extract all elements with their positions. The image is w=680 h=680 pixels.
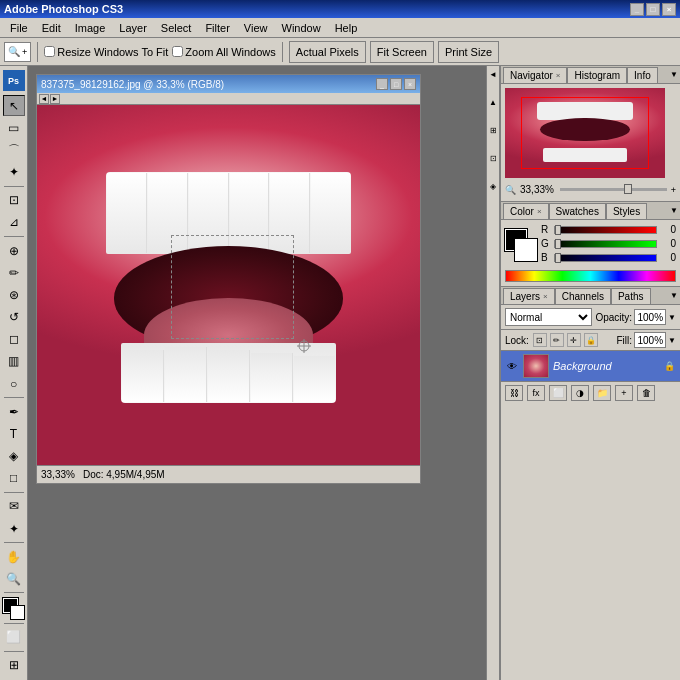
strip-icon-5[interactable]: ◈ bbox=[487, 180, 499, 192]
tab-histogram[interactable]: Histogram bbox=[567, 67, 627, 83]
zoom-slider-thumb[interactable] bbox=[624, 184, 632, 194]
resize-windows-label[interactable]: Resize Windows To Fit bbox=[44, 46, 168, 58]
navigator-close[interactable]: × bbox=[556, 71, 561, 80]
resize-windows-checkbox[interactable] bbox=[44, 46, 55, 57]
shape-tool[interactable]: □ bbox=[3, 468, 25, 489]
clone-tool[interactable]: ⊛ bbox=[3, 284, 25, 305]
close-button[interactable]: × bbox=[662, 3, 676, 16]
tab-navigator[interactable]: Navigator× bbox=[503, 67, 567, 83]
fit-screen-button[interactable]: Fit Screen bbox=[370, 41, 434, 63]
doc-close-button[interactable]: × bbox=[404, 78, 416, 90]
tab-channels[interactable]: Channels bbox=[555, 288, 611, 304]
brush-tool[interactable]: ✏ bbox=[3, 262, 25, 283]
quick-mask-tool[interactable]: ⬜ bbox=[3, 626, 25, 647]
layer-fx-button[interactable]: fx bbox=[527, 385, 545, 401]
dodge-tool[interactable]: ○ bbox=[3, 373, 25, 394]
menu-image[interactable]: Image bbox=[69, 20, 112, 36]
menu-edit[interactable]: Edit bbox=[36, 20, 67, 36]
opacity-arrow[interactable]: ▼ bbox=[668, 313, 676, 322]
eraser-tool[interactable]: ◻ bbox=[3, 329, 25, 350]
actual-pixels-button[interactable]: Actual Pixels bbox=[289, 41, 366, 63]
green-slider-thumb[interactable] bbox=[555, 239, 561, 249]
lasso-tool[interactable]: ⌒ bbox=[3, 139, 25, 160]
menu-filter[interactable]: Filter bbox=[199, 20, 235, 36]
zoom-all-label[interactable]: Zoom All Windows bbox=[172, 46, 275, 58]
tab-styles[interactable]: Styles bbox=[606, 203, 647, 219]
new-layer-button[interactable]: + bbox=[615, 385, 633, 401]
red-slider-thumb[interactable] bbox=[555, 225, 561, 235]
blend-mode-select[interactable]: Normal Multiply Screen bbox=[505, 308, 592, 326]
scroll-right-arrow[interactable]: ► bbox=[50, 94, 60, 104]
tab-layers[interactable]: Layers× bbox=[503, 288, 555, 304]
color-spectrum-bar[interactable] bbox=[505, 270, 676, 282]
menu-window[interactable]: Window bbox=[276, 20, 327, 36]
zoom-in-small-icon[interactable]: + bbox=[671, 185, 676, 195]
screen-mode-tool[interactable]: ⊞ bbox=[3, 655, 25, 676]
layers-close[interactable]: × bbox=[543, 292, 548, 301]
layer-group-button[interactable]: 📁 bbox=[593, 385, 611, 401]
lock-paint-icon[interactable]: ✏ bbox=[550, 333, 564, 347]
opacity-input[interactable] bbox=[634, 309, 666, 325]
fg-bg-colors[interactable] bbox=[3, 598, 25, 619]
doc-maximize-button[interactable]: □ bbox=[390, 78, 402, 90]
hand-tool[interactable]: ✋ bbox=[3, 546, 25, 567]
menu-view[interactable]: View bbox=[238, 20, 274, 36]
zoom-out-small-icon[interactable]: 🔍 bbox=[505, 185, 516, 195]
move-tool[interactable]: ↖ bbox=[3, 95, 25, 116]
maximize-button[interactable]: □ bbox=[646, 3, 660, 16]
color-panel-menu[interactable]: ▼ bbox=[670, 206, 678, 215]
tab-paths[interactable]: Paths bbox=[611, 288, 651, 304]
red-slider-track[interactable] bbox=[554, 226, 657, 234]
strip-icon-2[interactable]: ▲ bbox=[487, 96, 499, 108]
eyedropper-tool[interactable]: ✦ bbox=[3, 518, 25, 539]
layer-link-button[interactable]: ⛓ bbox=[505, 385, 523, 401]
marquee-tool[interactable]: ▭ bbox=[3, 117, 25, 138]
doc-minimize-button[interactable]: _ bbox=[376, 78, 388, 90]
menu-file[interactable]: File bbox=[4, 20, 34, 36]
zoom-slider-track[interactable] bbox=[560, 188, 667, 191]
tab-color[interactable]: Color× bbox=[503, 203, 549, 219]
layer-adjust-button[interactable]: ◑ bbox=[571, 385, 589, 401]
menu-layer[interactable]: Layer bbox=[113, 20, 153, 36]
print-size-button[interactable]: Print Size bbox=[438, 41, 499, 63]
lock-move-icon[interactable]: ✛ bbox=[567, 333, 581, 347]
zoom-tool[interactable]: 🔍 bbox=[3, 568, 25, 589]
pen-tool[interactable]: ✒ bbox=[3, 401, 25, 422]
fg-bg-box[interactable] bbox=[505, 229, 537, 261]
blue-slider-thumb[interactable] bbox=[555, 253, 561, 263]
zoom-out-icon[interactable]: 🔍 bbox=[8, 46, 20, 57]
strip-icon-3[interactable]: ⊞ bbox=[487, 124, 499, 136]
zoom-all-checkbox[interactable] bbox=[172, 46, 183, 57]
delete-layer-button[interactable]: 🗑 bbox=[637, 385, 655, 401]
scroll-left-arrow[interactable]: ◄ bbox=[39, 94, 49, 104]
crop-tool[interactable]: ⊡ bbox=[3, 190, 25, 211]
layer-mask-button[interactable]: ⬜ bbox=[549, 385, 567, 401]
tab-info[interactable]: Info bbox=[627, 67, 658, 83]
path-select-tool[interactable]: ◈ bbox=[3, 446, 25, 467]
layer-visibility-icon[interactable]: 👁 bbox=[505, 359, 519, 373]
healing-tool[interactable]: ⊕ bbox=[3, 240, 25, 261]
magic-wand-tool[interactable]: ✦ bbox=[3, 162, 25, 183]
lock-all-icon[interactable]: 🔒 bbox=[584, 333, 598, 347]
nav-panel-menu[interactable]: ▼ bbox=[670, 70, 678, 79]
zoom-in-icon[interactable]: + bbox=[22, 47, 27, 57]
background-color[interactable] bbox=[10, 605, 25, 620]
slice-tool[interactable]: ⊿ bbox=[3, 212, 25, 233]
menu-help[interactable]: Help bbox=[329, 20, 364, 36]
layers-panel-menu[interactable]: ▼ bbox=[670, 291, 678, 300]
menu-select[interactable]: Select bbox=[155, 20, 198, 36]
green-slider-track[interactable] bbox=[554, 240, 657, 248]
history-tool[interactable]: ↺ bbox=[3, 307, 25, 328]
background-layer-row[interactable]: 👁 Background 🔒 bbox=[501, 351, 680, 381]
background-swatch[interactable] bbox=[515, 239, 537, 261]
canvas-content[interactable] bbox=[37, 105, 420, 477]
blue-slider-track[interactable] bbox=[554, 254, 657, 262]
fill-input[interactable] bbox=[634, 332, 666, 348]
notes-tool[interactable]: ✉ bbox=[3, 496, 25, 517]
strip-icon-4[interactable]: ⊡ bbox=[487, 152, 499, 164]
strip-icon-1[interactable]: ◄ bbox=[487, 68, 499, 80]
type-tool[interactable]: T bbox=[3, 423, 25, 444]
minimize-button[interactable]: _ bbox=[630, 3, 644, 16]
color-close[interactable]: × bbox=[537, 207, 542, 216]
lock-transparent-icon[interactable]: ⊡ bbox=[533, 333, 547, 347]
